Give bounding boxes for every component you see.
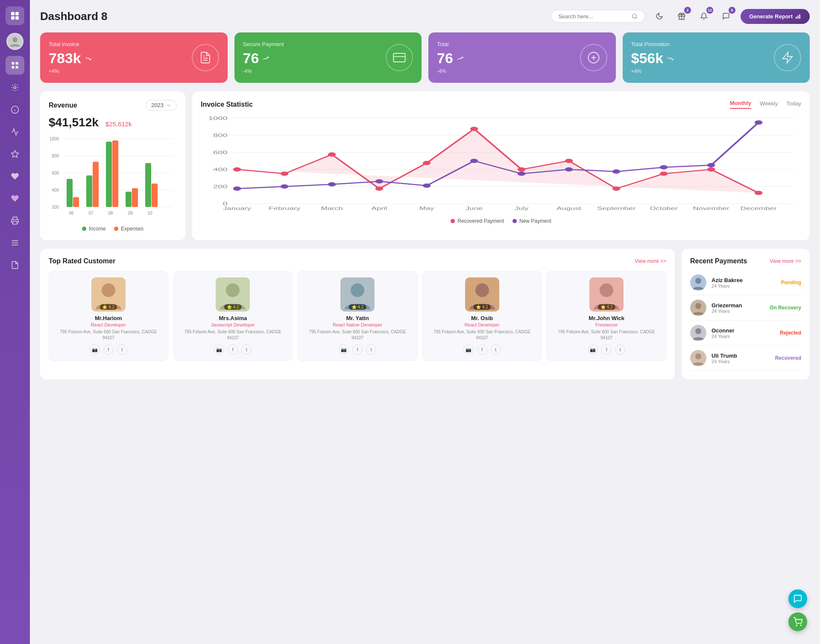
invoice-line-chart: 1000 800 600 400 200 0 <box>201 114 801 212</box>
svg-point-4 <box>12 37 18 42</box>
stat-icon-promotion <box>774 44 801 71</box>
payment-avatar-2 <box>690 325 706 341</box>
instagram-icon-0[interactable]: 📷 <box>90 344 100 355</box>
customer-role-1: Javascript Developer <box>178 322 288 327</box>
facebook-icon-1[interactable]: f <box>228 344 238 355</box>
svg-point-87 <box>423 184 431 188</box>
svg-text:200: 200 <box>213 184 228 189</box>
payment-item-0: Aziz Bakree 24 Years Pending <box>690 270 801 295</box>
svg-text:0: 0 <box>223 201 228 206</box>
chart-icon <box>795 13 801 19</box>
svg-point-84 <box>281 184 289 189</box>
instagram-icon-4[interactable]: 📷 <box>588 344 598 355</box>
trend-down-icon <box>262 55 269 62</box>
stat-icon-invoice <box>192 44 219 71</box>
stat-label-promotion: Total Promotion <box>631 41 674 47</box>
svg-point-83 <box>233 186 241 191</box>
tab-monthly[interactable]: Monthly <box>730 100 751 109</box>
generate-report-button[interactable]: Generate Report <box>741 9 810 24</box>
instagram-icon-3[interactable]: 📷 <box>463 344 474 355</box>
stat-label-total: Total <box>437 41 463 47</box>
svg-text:May: May <box>419 206 435 211</box>
line-chart-legend: Recovered Payment New Payment <box>201 218 801 224</box>
sidebar-item-purple-heart[interactable] <box>6 189 24 208</box>
revenue-secondary: $25,612k <box>105 120 132 128</box>
gift-button[interactable]: 2 <box>674 9 689 24</box>
svg-point-79 <box>612 186 621 191</box>
stat-change-total: -4% <box>437 68 463 74</box>
facebook-icon-0[interactable]: f <box>103 344 114 355</box>
top-customers-view-more[interactable]: View more >> <box>635 258 666 264</box>
recent-payments-view-more[interactable]: View more >> <box>770 258 801 264</box>
svg-marker-32 <box>783 52 793 63</box>
svg-rect-47 <box>93 162 99 207</box>
svg-text:November: November <box>693 206 729 211</box>
svg-point-91 <box>612 169 621 174</box>
sidebar-logo[interactable] <box>6 6 24 25</box>
twitter-icon-4[interactable]: t <box>615 344 625 355</box>
svg-text:400: 400 <box>52 188 59 192</box>
gift-icon <box>678 12 685 20</box>
svg-rect-5 <box>12 62 15 65</box>
revenue-amount: $41,512k <box>49 116 99 129</box>
invoice-tabs: Monthly Weekly Today <box>730 100 801 109</box>
trend-up-icon <box>667 55 674 62</box>
svg-point-112 <box>351 283 364 297</box>
twitter-icon-2[interactable]: t <box>366 344 376 355</box>
customer-name-2: Mr. Yatin <box>302 315 413 321</box>
dark-mode-toggle[interactable] <box>652 9 667 24</box>
instagram-icon-2[interactable]: 📷 <box>339 344 349 355</box>
chevron-down-icon <box>166 103 171 108</box>
sidebar-item-settings[interactable] <box>6 78 24 97</box>
svg-point-118 <box>695 278 701 284</box>
payment-age-1: 24 Years <box>712 309 764 314</box>
twitter-icon-3[interactable]: t <box>491 344 501 355</box>
svg-text:1000: 1000 <box>208 116 228 121</box>
svg-point-93 <box>707 163 715 167</box>
sidebar-item-dashboard[interactable] <box>6 56 24 75</box>
sidebar-item-likes[interactable] <box>6 167 24 186</box>
search-box[interactable] <box>551 10 645 23</box>
year-selector[interactable]: 2023 <box>146 100 177 111</box>
tab-weekly[interactable]: Weekly <box>760 100 778 108</box>
svg-text:April: April <box>372 206 387 211</box>
svg-point-80 <box>660 172 668 176</box>
payment-age-3: 24 Years <box>712 359 770 364</box>
sidebar-item-info[interactable] <box>6 100 24 119</box>
notifications-button[interactable]: 12 <box>696 9 712 24</box>
cart-fab[interactable] <box>788 612 807 631</box>
sidebar-item-print[interactable] <box>6 211 24 230</box>
twitter-icon-0[interactable]: t <box>117 344 127 355</box>
svg-point-124 <box>695 353 701 359</box>
tab-today[interactable]: Today <box>786 100 801 108</box>
messages-button[interactable]: 5 <box>718 9 734 24</box>
facebook-icon-3[interactable]: f <box>477 344 487 355</box>
main-content: Dashboard 8 2 12 5 Generate Repo <box>30 0 820 644</box>
svg-line-19 <box>636 17 637 19</box>
sidebar-item-menu[interactable] <box>6 233 24 252</box>
svg-text:10: 10 <box>147 211 152 216</box>
svg-text:07: 07 <box>88 211 94 216</box>
svg-text:08: 08 <box>108 211 113 216</box>
svg-rect-3 <box>15 16 19 20</box>
search-input[interactable] <box>558 13 628 20</box>
svg-point-94 <box>755 120 763 125</box>
svg-point-75 <box>423 161 431 165</box>
avatar[interactable] <box>6 33 23 50</box>
sidebar-item-analytics[interactable] <box>6 122 24 141</box>
instagram-icon-1[interactable]: 📷 <box>214 344 224 355</box>
svg-point-18 <box>633 14 636 18</box>
stat-label-invoice: Total invoice <box>49 41 91 47</box>
facebook-icon-2[interactable]: f <box>352 344 363 355</box>
svg-rect-46 <box>86 175 92 207</box>
sidebar-item-favorites[interactable] <box>6 145 24 163</box>
twitter-icon-1[interactable]: t <box>241 344 252 355</box>
svg-text:December: December <box>740 206 776 211</box>
facebook-icon-4[interactable]: f <box>601 344 612 355</box>
revenue-title: Revenue <box>49 102 77 109</box>
stat-change-payment: -4% <box>243 68 284 74</box>
support-fab[interactable] <box>788 589 807 608</box>
svg-rect-7 <box>12 66 15 69</box>
sidebar-item-documents[interactable] <box>6 256 24 274</box>
svg-text:800: 800 <box>52 154 59 158</box>
